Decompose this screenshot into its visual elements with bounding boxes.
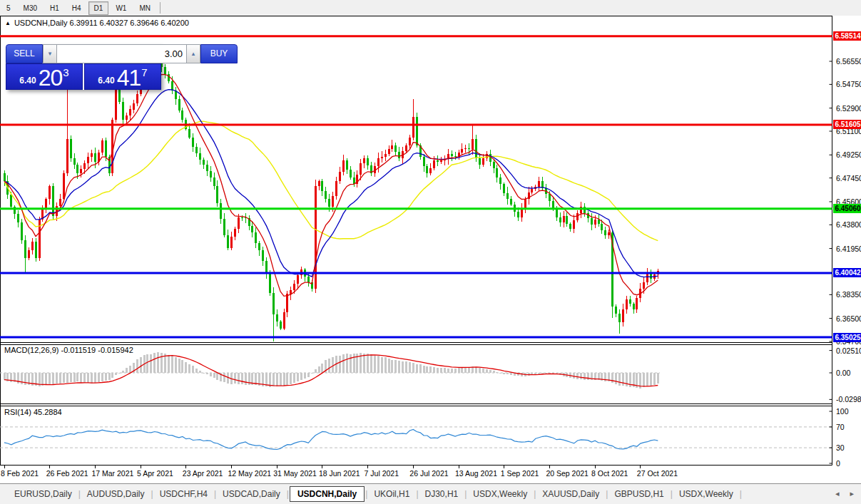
volume-input[interactable] [57, 44, 186, 63]
timeframe-button-h4[interactable]: H4 [66, 1, 87, 15]
date-ticks [4, 466, 641, 468]
date-axis-label: 5 Apr 2021 [137, 469, 173, 478]
chart-tab-usdchf-h4[interactable]: USDCHF,H4 [154, 487, 213, 501]
sell-price-button[interactable]: 6.40 20 3 [6, 63, 83, 90]
price-level-badge: 6.58514 [833, 31, 861, 41]
tab-separator: | [606, 489, 608, 499]
price-level-badge: 6.45060 [833, 204, 861, 213]
date-axis-label: 7 Jul 2021 [365, 469, 399, 478]
chart-window: ▲USDCNH,Daily 6.39911 6.40327 6.39646 6.… [0, 16, 861, 483]
tab-separator: | [416, 489, 418, 499]
rsi-axis-label: 30 [836, 443, 845, 452]
sell-price-big: 20 [39, 66, 63, 89]
chart-symbol-period: USDCNH,Daily [14, 19, 68, 27]
date-axis-label: 17 Mar 2021 [91, 469, 133, 478]
chart-tab-usdx-weekly[interactable]: USDX,Weekly [467, 487, 533, 501]
tab-separator: | [287, 489, 289, 499]
price-level-badge: 6.40042 [833, 268, 861, 277]
macd-axis-label: 0.025108 [836, 346, 861, 355]
timeframe-button-w1[interactable]: W1 [110, 1, 132, 15]
price-level-badge: 6.51605 [833, 120, 861, 129]
buy-price-big: 41 [117, 66, 141, 89]
tab-separator: | [78, 489, 81, 499]
chart-tab-xauusd-daily[interactable]: XAUUSD,Daily [536, 487, 605, 501]
price-axis-label: 6.47450 [836, 174, 861, 182]
price-axis: 6.565506.547506.529006.511006.492506.474… [832, 16, 861, 483]
sell-price-sup: 3 [63, 66, 68, 78]
tab-separator: | [214, 489, 216, 499]
timeframe-button-d1[interactable]: D1 [88, 1, 109, 15]
tab-separator: | [365, 489, 367, 499]
macd-indicator-label: MACD(12,26,9) -0.011519 -0.015942 [4, 346, 133, 354]
date-axis-label: 26 Feb 2021 [46, 469, 88, 478]
date-axis-label: 8 Feb 2021 [1, 469, 39, 478]
chart-tabs-bar: EURUSD,Daily|AUDUSD,Daily|USDCHF,H4|USDC… [0, 483, 861, 504]
chart-tab-audusd-daily[interactable]: AUDUSD,Daily [81, 487, 151, 501]
rsi-indicator-label: RSI(14) 45.2884 [4, 408, 62, 416]
chevron-up-icon: ▴ [192, 50, 195, 57]
collapse-arrow-icon[interactable]: ▲ [5, 20, 11, 26]
timeframe-button-mn[interactable]: MN [133, 1, 156, 15]
date-axis-label: 1 Sep 2021 [501, 469, 539, 478]
one-click-trading-panel: SELL ▾ ▴ BUY 6.40 20 3 6.40 41 7 [6, 44, 161, 90]
buy-button[interactable]: BUY [200, 44, 238, 63]
rsi-axis-label: 100 [836, 407, 849, 416]
rsi-line [4, 429, 658, 449]
timeframe-button-5[interactable]: 5 [1, 1, 16, 15]
candles [4, 49, 659, 341]
tab-separator: | [151, 489, 153, 499]
date-axis-label: 27 Oct 2021 [637, 469, 678, 478]
price-axis-label: 6.56550 [836, 57, 861, 66]
moving-averages [4, 74, 658, 296]
chart-tab-gbpusd-h1[interactable]: GBPUSD,H1 [608, 487, 669, 501]
price-level-badge: 6.35025 [833, 333, 861, 342]
chart-tab-usdcad-daily[interactable]: USDCAD,Daily [217, 487, 286, 501]
price-axis-label: 6.43800 [836, 220, 861, 229]
chart-tab-ukoil-h1[interactable]: UKOil,H1 [368, 487, 415, 501]
tab-separator: | [464, 489, 467, 499]
chart-ohlc-values: 6.39911 6.40327 6.39646 6.40200 [70, 19, 189, 27]
price-axis-label: 6.36500 [836, 314, 861, 323]
price-axis-label: 6.52900 [836, 104, 861, 113]
macd-axis-label: 0.00 [836, 369, 850, 377]
chart-title: ▲USDCNH,Daily 6.39911 6.40327 6.39646 6.… [5, 19, 189, 27]
date-axis-label: 8 Oct 2021 [591, 469, 628, 478]
date-axis-label: 20 Sep 2021 [546, 469, 589, 478]
timeframe-toolbar: 5M30H1H4D1W1MN [0, 0, 861, 16]
rsi-axis-label: 0 [836, 459, 840, 468]
chart-tab-usdcnh-daily[interactable]: USDCNH,Daily [290, 486, 365, 502]
chart-tab-eurusd-daily[interactable]: EURUSD,Daily [9, 487, 78, 501]
date-axis-label: 12 May 2021 [228, 469, 272, 478]
price-axis-label: 6.38350 [836, 290, 861, 299]
rsi-axis-label: 70 [836, 423, 845, 431]
date-axis-label: 23 Apr 2021 [183, 469, 223, 478]
sell-button[interactable]: SELL [6, 44, 43, 63]
tab-separator: | [740, 489, 742, 499]
price-axis-label: 6.49250 [836, 150, 861, 159]
volume-stepper: ▾ ▴ [43, 44, 200, 63]
date-axis-label: 13 Aug 2021 [455, 469, 497, 478]
date-axis-label: 18 Jun 2021 [319, 469, 360, 478]
price-axis-label: 6.54750 [836, 80, 861, 88]
volume-increase-button[interactable]: ▴ [186, 44, 200, 63]
tab-separator: | [534, 489, 536, 499]
tabs-scroll-left-icon[interactable]: ◂ [835, 489, 840, 498]
macd-axis-label: -0.029885 [836, 395, 861, 403]
buy-price-sup: 7 [141, 66, 147, 78]
toolbar-separator [160, 2, 161, 14]
mt4-window: 5M30H1H4D1W1MN ▲USDCNH,Daily 6.39911 6.4… [0, 0, 861, 504]
buy-price-button[interactable]: 6.40 41 7 [84, 63, 161, 90]
tabs-scroll-right-icon[interactable]: ▸ [850, 489, 854, 498]
date-axis-label: 31 May 2021 [273, 469, 317, 478]
volume-decrease-button[interactable]: ▾ [43, 44, 57, 63]
chart-tab-usdx-weekly[interactable]: USDX,Weekly [673, 487, 739, 501]
timeframe-button-m30[interactable]: M30 [18, 1, 43, 15]
buy-price-small: 6.40 [98, 76, 114, 86]
chart-tab-dj30-h1[interactable]: DJ30,H1 [419, 487, 464, 501]
tab-separator: | [671, 489, 673, 499]
price-axis-label: 6.41950 [836, 245, 861, 253]
timeframe-button-h1[interactable]: H1 [44, 1, 65, 15]
chevron-down-icon: ▾ [49, 50, 52, 57]
sell-price-small: 6.40 [19, 76, 36, 86]
date-axis-label: 26 Jul 2021 [409, 469, 448, 478]
